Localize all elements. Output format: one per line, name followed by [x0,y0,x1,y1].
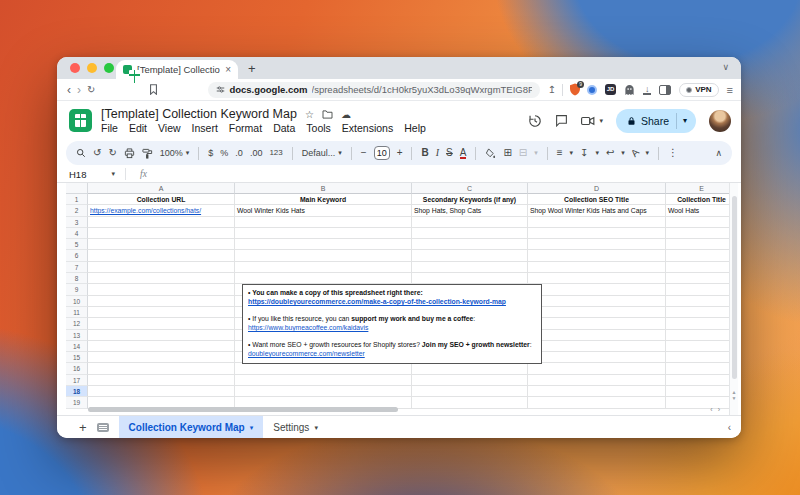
cell-D4[interactable] [528,228,666,239]
increase-font-size-button[interactable]: + [397,148,403,158]
more-toolbar-icon[interactable]: ⋮ [668,148,678,158]
cell-A13[interactable] [88,330,235,341]
merge-cells-button[interactable]: ⊟ [519,148,527,158]
cell-A1[interactable]: Collection URL [88,194,235,205]
all-sheets-icon[interactable] [97,423,109,432]
cell-A10[interactable] [88,296,235,307]
percent-format-icon[interactable]: % [220,149,228,158]
cell-D2[interactable]: Shop Wool Winter Kids Hats and Caps [528,205,666,216]
cell-A3[interactable] [88,217,235,228]
version-history-icon[interactable] [528,114,542,128]
extension-square-icon[interactable]: JD [605,84,616,95]
row-header-15[interactable]: 15 [66,352,88,363]
note-link[interactable]: https://www.buymeacoffee.com/kaidavis [248,324,368,331]
cell-B7[interactable] [235,262,412,273]
cell-B3[interactable] [235,217,412,228]
cell-C6[interactable] [412,250,528,261]
row-header-5[interactable]: 5 [66,239,88,250]
cell-D16[interactable] [528,363,666,374]
meet-camera-icon[interactable] [581,115,595,127]
cell-C17[interactable] [412,375,528,386]
new-tab-button[interactable]: + [248,61,256,76]
redo-icon[interactable]: ↻ [108,148,116,158]
number-format-icon[interactable]: 123 [269,149,282,157]
menu-format[interactable]: Format [229,122,262,134]
font-family-selector[interactable]: Defaul... ▾ [302,148,342,158]
document-title[interactable]: [Template] Collection Keyword Map [101,107,297,121]
row-header-10[interactable]: 10 [66,296,88,307]
sheet-tab-dropdown-icon[interactable]: ▾ [250,424,254,432]
menu-data[interactable]: Data [273,122,295,134]
ghostery-icon[interactable] [624,84,635,96]
share-button[interactable]: Share ▾ [616,109,696,133]
vpn-button[interactable]: VPN [679,83,718,97]
share-page-icon[interactable]: ↥ [548,84,556,95]
cell-E11[interactable] [666,307,738,318]
strikethrough-button[interactable]: S [446,148,453,158]
row-header-6[interactable]: 6 [66,250,88,261]
zoom-control[interactable]: 100% ▾ [160,148,190,158]
italic-button[interactable]: I [436,148,439,158]
row-header-2[interactable]: 2 [66,205,88,216]
cell-C19[interactable] [412,397,528,408]
fill-color-button[interactable] [485,148,496,159]
row-header-19[interactable]: 19 [66,397,88,408]
horizontal-align-button[interactable]: ≡ [557,148,563,158]
cell-B6[interactable] [235,250,412,261]
panel-collapse-icon[interactable]: ‹ [728,422,731,433]
row-header-12[interactable]: 12 [66,318,88,329]
text-color-button[interactable]: A [460,148,467,159]
row-header-7[interactable]: 7 [66,262,88,273]
cell-A18[interactable] [88,386,235,397]
paint-format-icon[interactable] [142,148,153,159]
cell-B4[interactable] [235,228,412,239]
sheet-tab-dropdown-icon[interactable]: ▾ [314,424,318,432]
cell-D19[interactable] [528,397,666,408]
menu-view[interactable]: View [158,122,181,134]
column-header-B[interactable]: B [235,183,412,194]
minimize-window-button[interactable] [87,63,97,73]
cell-C5[interactable] [412,239,528,250]
bookmark-icon[interactable] [149,84,158,95]
row-header-4[interactable]: 4 [66,228,88,239]
menu-file[interactable]: File [101,122,118,134]
borders-button[interactable]: ⊞ [503,148,511,158]
cell-D15[interactable] [528,352,666,363]
move-folder-icon[interactable] [322,110,333,119]
cell-B5[interactable] [235,239,412,250]
cell-B2[interactable]: Wool Winter Kids Hats [235,205,412,216]
vertical-scroll-arrows[interactable]: ▲ ▼ [730,389,738,401]
vertical-align-button[interactable]: ↧ [580,148,588,158]
site-info-icon[interactable] [216,85,225,94]
menu-help[interactable]: Help [404,122,426,134]
horizontal-scroll-arrows[interactable]: ‹› [710,406,725,413]
sheet-tab-collection-keyword-map[interactable]: Collection Keyword Map▾ [119,416,264,438]
sheets-logo[interactable] [69,109,92,132]
note-link[interactable]: https://doubleyourecommerce.com/make-a-c… [248,298,506,305]
undo-icon[interactable]: ↺ [93,148,101,158]
cell-A14[interactable] [88,341,235,352]
cell-E8[interactable] [666,273,738,284]
row-header-18[interactable]: 18 [66,386,88,397]
browser-menu-icon[interactable]: ≡ [727,84,733,96]
column-header-D[interactable]: D [528,183,666,194]
cell-B1[interactable]: Main Keyword [235,194,412,205]
cell-D17[interactable] [528,375,666,386]
cell-A16[interactable] [88,363,235,374]
column-header-A[interactable]: A [88,183,235,194]
row-header-11[interactable]: 11 [66,307,88,318]
cell-A5[interactable] [88,239,235,250]
cell-C3[interactable] [412,217,528,228]
cell-D12[interactable] [528,318,666,329]
reload-button[interactable]: ↻ [87,84,95,95]
cell-A17[interactable] [88,375,235,386]
cell-D9[interactable] [528,284,666,295]
vertical-scroll-thumb[interactable] [732,196,737,379]
cell-C16[interactable] [412,363,528,374]
text-rotation-button[interactable]: A [629,147,641,159]
menu-tools[interactable]: Tools [306,122,331,134]
star-icon[interactable]: ☆ [305,109,314,120]
tab-close-icon[interactable]: × [225,65,231,75]
menu-extensions[interactable]: Extensions [342,122,393,134]
extension-circle-icon[interactable] [587,85,597,95]
